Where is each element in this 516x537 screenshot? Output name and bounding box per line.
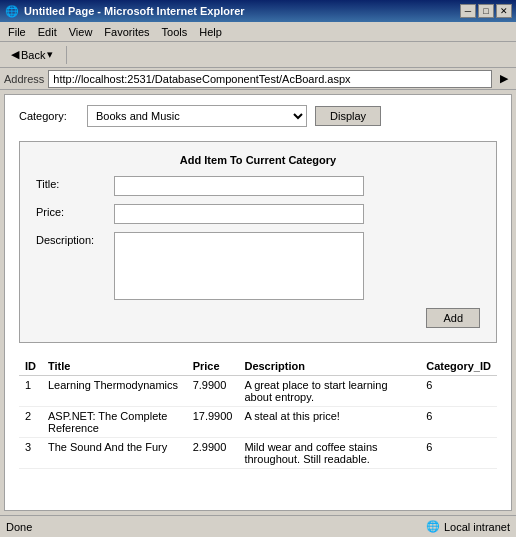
col-header-price: Price: [187, 357, 239, 376]
menubar: File Edit View Favorites Tools Help: [0, 22, 516, 42]
cell-description: Mild wear and coffee stains throughout. …: [238, 438, 420, 469]
cell-id: 1: [19, 376, 42, 407]
close-button[interactable]: ✕: [496, 4, 512, 18]
col-header-id: ID: [19, 357, 42, 376]
cell-title: The Sound And the Fury: [42, 438, 187, 469]
title-input[interactable]: [114, 176, 364, 196]
back-button[interactable]: ◀ Back ▾: [4, 45, 60, 64]
category-select[interactable]: Books and Music Electronics Clothing: [87, 105, 307, 127]
cell-description: A steal at this price!: [238, 407, 420, 438]
table-row: 1Learning Thermodynamics7.9900A great pl…: [19, 376, 497, 407]
add-item-form: Add Item To Current Category Title: Pric…: [19, 141, 497, 343]
toolbar-separator: [66, 46, 67, 64]
cell-title: ASP.NET: The Complete Reference: [42, 407, 187, 438]
table-header-row: ID Title Price Description Category_ID: [19, 357, 497, 376]
zone-icon: 🌐: [426, 520, 440, 533]
col-header-category-id: Category_ID: [420, 357, 497, 376]
address-input[interactable]: [48, 70, 492, 88]
col-header-title: Title: [42, 357, 187, 376]
toolbar: ◀ Back ▾: [0, 42, 516, 68]
cell-id: 3: [19, 438, 42, 469]
category-label: Category:: [19, 110, 79, 122]
cell-price: 2.9900: [187, 438, 239, 469]
back-dropdown-icon: ▾: [47, 48, 53, 61]
window-controls: ─ □ ✕: [460, 4, 512, 18]
description-label: Description:: [36, 232, 108, 246]
addressbar: Address ▶: [0, 68, 516, 90]
items-table: ID Title Price Description Category_ID 1…: [19, 357, 497, 469]
maximize-button[interactable]: □: [478, 4, 494, 18]
description-textarea[interactable]: [114, 232, 364, 300]
title-label: Title:: [36, 176, 108, 190]
price-row: Price:: [36, 204, 480, 224]
description-row: Description:: [36, 232, 480, 300]
cell-price: 7.9900: [187, 376, 239, 407]
add-button-row: Add: [36, 308, 480, 328]
add-item-title: Add Item To Current Category: [36, 154, 480, 166]
minimize-button[interactable]: ─: [460, 4, 476, 18]
cell-category_id: 6: [420, 438, 497, 469]
title-row: Title:: [36, 176, 480, 196]
menu-view[interactable]: View: [63, 24, 99, 40]
titlebar: 🌐 Untitled Page - Microsoft Internet Exp…: [0, 0, 516, 22]
display-button[interactable]: Display: [315, 106, 381, 126]
menu-file[interactable]: File: [2, 24, 32, 40]
back-label: Back: [21, 49, 45, 61]
price-label: Price:: [36, 204, 108, 218]
cell-category_id: 6: [420, 407, 497, 438]
category-row: Category: Books and Music Electronics Cl…: [19, 105, 497, 127]
table-row: 2ASP.NET: The Complete Reference17.9900A…: [19, 407, 497, 438]
menu-edit[interactable]: Edit: [32, 24, 63, 40]
status-text: Done: [6, 521, 418, 533]
add-button[interactable]: Add: [426, 308, 480, 328]
statusbar: Done 🌐 Local intranet: [0, 515, 516, 537]
menu-favorites[interactable]: Favorites: [98, 24, 155, 40]
price-input[interactable]: [114, 204, 364, 224]
cell-title: Learning Thermodynamics: [42, 376, 187, 407]
table-row: 3The Sound And the Fury2.9900Mild wear a…: [19, 438, 497, 469]
cell-id: 2: [19, 407, 42, 438]
window-icon: 🌐: [4, 3, 20, 19]
go-button[interactable]: ▶: [496, 71, 512, 86]
cell-category_id: 6: [420, 376, 497, 407]
status-zone: 🌐 Local intranet: [426, 520, 510, 533]
zone-label: Local intranet: [444, 521, 510, 533]
cell-description: A great place to start learning about en…: [238, 376, 420, 407]
window-title: Untitled Page - Microsoft Internet Explo…: [24, 5, 460, 17]
menu-tools[interactable]: Tools: [156, 24, 194, 40]
cell-price: 17.9900: [187, 407, 239, 438]
col-header-description: Description: [238, 357, 420, 376]
content-area: Category: Books and Music Electronics Cl…: [4, 94, 512, 511]
menu-help[interactable]: Help: [193, 24, 228, 40]
address-label: Address: [4, 73, 44, 85]
back-arrow-icon: ◀: [11, 48, 19, 61]
